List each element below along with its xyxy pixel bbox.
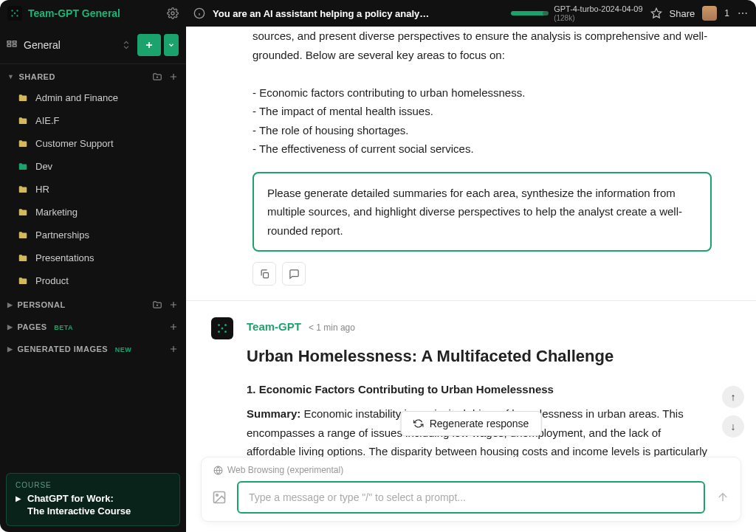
sidebar: Team-GPT General General ▼ SHARED	[0, 0, 186, 532]
folder-item[interactable]: HR	[0, 178, 186, 201]
scroll-down-button[interactable]: ↓	[722, 415, 744, 438]
more-icon[interactable]	[737, 7, 749, 19]
response-section-heading: 1. Economic Factors Contributing to Urba…	[247, 380, 712, 399]
course-card[interactable]: COURSE ▶ ChatGPT for Work: The Interacti…	[6, 473, 180, 526]
folder-item[interactable]: Dev	[0, 155, 186, 178]
svg-rect-6	[7, 41, 11, 44]
folder-icon	[18, 184, 28, 195]
add-icon[interactable]	[168, 344, 179, 354]
section-generated-images[interactable]: ▶ GENERATED IMAGES NEW	[0, 336, 186, 359]
course-eyebrow: COURSE	[16, 481, 171, 489]
workspace-icon	[6, 39, 18, 51]
caret-right-icon: ▶	[7, 301, 13, 308]
svg-point-14	[746, 13, 747, 14]
section-pages-label: PAGES BETA	[18, 322, 169, 331]
summary-label: Summary:	[247, 407, 300, 420]
section-pages[interactable]: ▶ PAGES BETA	[0, 314, 186, 336]
regenerate-label: Regenerate response	[430, 418, 529, 429]
folder-label: Admin and Finance	[35, 92, 118, 103]
new-badge: NEW	[115, 346, 132, 353]
svg-point-0	[11, 10, 13, 11]
info-icon[interactable]	[193, 7, 205, 19]
folder-item[interactable]: Marketing	[0, 201, 186, 224]
workspace-label: General	[24, 39, 115, 51]
add-icon[interactable]	[168, 300, 179, 310]
prompt-bullet: - The impact of mental health issues.	[252, 102, 712, 121]
svg-point-19	[218, 331, 220, 333]
folder-item[interactable]: Presentations	[0, 246, 186, 269]
settings-icon[interactable]	[167, 7, 179, 19]
add-icon[interactable]	[168, 72, 179, 82]
section-shared[interactable]: ▼ SHARED	[0, 64, 186, 86]
section-genimg-label: GENERATED IMAGES NEW	[18, 345, 169, 353]
folder-label: HR	[35, 184, 49, 195]
chat-title: You are an AI assistant helping a policy…	[213, 8, 434, 19]
folder-icon	[18, 93, 28, 103]
folder-item[interactable]: Admin and Finance	[0, 86, 186, 109]
prompt-bullet: - Economic factors contributing to urban…	[252, 83, 712, 103]
section-shared-label: SHARED	[18, 72, 152, 81]
context-usage-bar	[511, 11, 546, 15]
comment-button[interactable]	[282, 262, 306, 286]
folder-label: Dev	[35, 161, 52, 172]
new-folder-icon[interactable]	[152, 72, 162, 82]
message-input[interactable]	[237, 481, 705, 514]
copy-button[interactable]	[252, 262, 276, 286]
assistant-time: < 1 min ago	[309, 320, 355, 335]
nav-scroll[interactable]: ▼ SHARED Admin and Finance AIE.F Custome…	[0, 64, 186, 467]
model-info[interactable]: GPT-4-turbo-2024-04-09 (128k)	[554, 4, 642, 22]
response-title: Urban Homelessness: A Multifaceted Chall…	[247, 342, 712, 370]
app-logo	[7, 6, 22, 21]
workspace-selector[interactable]: General	[0, 27, 186, 64]
folder-icon	[18, 276, 28, 286]
new-chat-dropdown[interactable]	[164, 34, 179, 56]
prompt-bullet: - The role of housing shortages.	[252, 121, 712, 140]
section-personal-label: PERSONAL	[18, 300, 153, 309]
folder-item[interactable]: Customer Support	[0, 132, 186, 155]
send-button[interactable]	[712, 491, 733, 504]
folder-item[interactable]: Product	[0, 269, 186, 292]
svg-point-16	[218, 324, 220, 326]
caret-right-icon: ▶	[7, 345, 13, 353]
globe-icon	[213, 466, 223, 475]
folder-icon	[18, 253, 28, 263]
svg-point-13	[742, 13, 743, 14]
main-header: You are an AI assistant helping a policy…	[186, 0, 756, 27]
folder-label: Partnerships	[35, 229, 89, 241]
scroll-up-button[interactable]: ↑	[722, 386, 744, 408]
user-message: sources, and present diverse perspective…	[186, 27, 756, 286]
beta-badge: BETA	[54, 324, 73, 331]
folder-item[interactable]: Partnerships	[0, 224, 186, 246]
input-container: Web Browsing (experimental)	[201, 457, 741, 522]
input-mode[interactable]: Web Browsing (experimental)	[209, 463, 733, 481]
folder-label: Presentations	[35, 252, 94, 263]
svg-marker-11	[651, 8, 661, 18]
prompt-bullet: - The effectiveness of current social se…	[252, 139, 712, 159]
new-folder-icon[interactable]	[152, 300, 162, 310]
svg-point-12	[738, 13, 740, 14]
section-personal[interactable]: ▶ PERSONAL	[0, 292, 186, 314]
play-icon: ▶	[16, 494, 21, 502]
share-button[interactable]: Share	[670, 8, 695, 19]
message-actions	[252, 262, 712, 286]
user-avatar[interactable]	[702, 6, 717, 21]
svg-rect-8	[7, 44, 11, 46]
caret-right-icon: ▶	[7, 323, 13, 331]
prompt-text: sources, and present diverse perspective…	[252, 27, 712, 64]
workspace-expand-icon[interactable]	[121, 40, 131, 50]
folder-item[interactable]: AIE.F	[0, 109, 186, 132]
folder-icon	[18, 207, 28, 218]
svg-point-2	[14, 13, 16, 14]
svg-rect-15	[263, 272, 268, 277]
star-icon[interactable]	[650, 7, 662, 19]
folder-label: AIE.F	[35, 115, 60, 126]
attach-image-button[interactable]	[209, 490, 230, 505]
svg-point-23	[216, 494, 219, 497]
svg-point-5	[171, 12, 174, 15]
svg-rect-7	[13, 41, 16, 44]
regenerate-button[interactable]: Regenerate response	[401, 411, 542, 436]
add-icon[interactable]	[168, 322, 179, 332]
folder-icon	[18, 162, 28, 172]
new-chat-button[interactable]	[137, 34, 161, 56]
model-context: (128k)	[554, 14, 642, 23]
